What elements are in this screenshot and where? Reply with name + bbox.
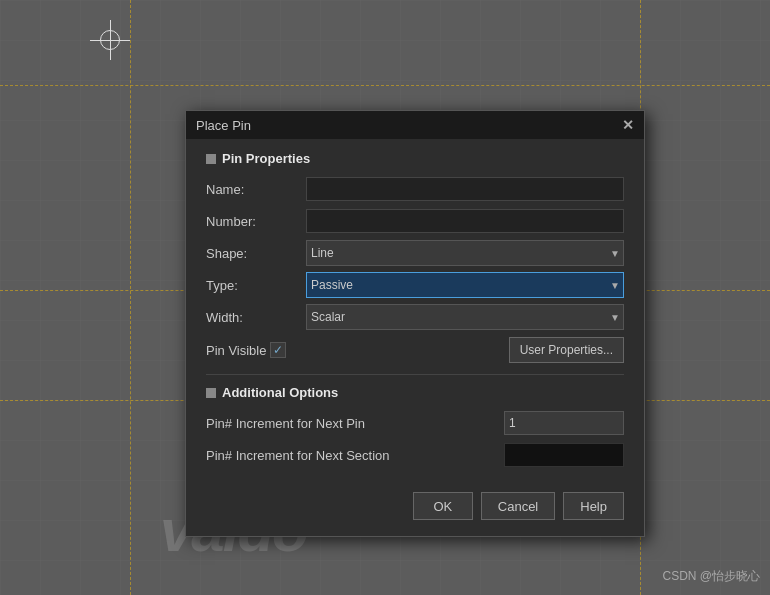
shape-select-wrapper: Line Inverted Clock Inverted Clock Input… <box>306 240 624 266</box>
additional-section-icon <box>206 388 216 398</box>
pin-visible-area: Pin Visible ✓ <box>206 342 356 358</box>
increment-next-section-input[interactable] <box>504 443 624 467</box>
increment-next-pin-row: Pin# Increment for Next Pin <box>206 410 624 436</box>
shape-select[interactable]: Line Inverted Clock Inverted Clock Input… <box>306 240 624 266</box>
number-row: Number: <box>206 208 624 234</box>
dialog-titlebar: Place Pin ✕ <box>186 111 644 139</box>
type-label: Type: <box>206 278 306 293</box>
name-input[interactable] <box>306 177 624 201</box>
type-row: Type: Input Output Bidirectional Tristat… <box>206 272 624 298</box>
number-input[interactable] <box>306 209 624 233</box>
dialog-title: Place Pin <box>196 118 251 133</box>
user-properties-button[interactable]: User Properties... <box>509 337 624 363</box>
additional-options-header: Additional Options <box>206 385 624 400</box>
pin-visible-label: Pin Visible <box>206 343 266 358</box>
help-button[interactable]: Help <box>563 492 624 520</box>
shape-row: Shape: Line Inverted Clock Inverted Cloc… <box>206 240 624 266</box>
additional-options-label: Additional Options <box>222 385 338 400</box>
width-select-wrapper: Scalar Bus ▼ <box>306 304 624 330</box>
shape-label: Shape: <box>206 246 306 261</box>
close-button[interactable]: ✕ <box>622 117 634 133</box>
type-select-wrapper: Input Output Bidirectional Tristate Pass… <box>306 272 624 298</box>
pin-visible-checkbox[interactable]: ✓ <box>270 342 286 358</box>
crosshair-circle <box>100 30 120 50</box>
button-row: OK Cancel Help <box>206 484 624 520</box>
crosshair <box>90 20 130 60</box>
pin-properties-label: Pin Properties <box>222 151 310 166</box>
section-icon <box>206 154 216 164</box>
guide-line-h1 <box>0 85 770 86</box>
checkbox-check-icon: ✓ <box>273 343 283 357</box>
guide-line-v1 <box>130 0 131 595</box>
name-label: Name: <box>206 182 306 197</box>
width-row: Width: Scalar Bus ▼ <box>206 304 624 330</box>
width-select[interactable]: Scalar Bus <box>306 304 624 330</box>
name-row: Name: <box>206 176 624 202</box>
width-label: Width: <box>206 310 306 325</box>
increment-next-pin-label: Pin# Increment for Next Pin <box>206 416 504 431</box>
place-pin-dialog: Place Pin ✕ Pin Properties Name: Number:… <box>185 110 645 537</box>
cancel-button[interactable]: Cancel <box>481 492 555 520</box>
section-separator <box>206 374 624 375</box>
ok-button[interactable]: OK <box>413 492 473 520</box>
dialog-body: Pin Properties Name: Number: Shape: Line… <box>186 139 644 536</box>
pin-properties-section-header: Pin Properties <box>206 151 624 166</box>
csdn-label: CSDN @怡步晓心 <box>662 568 760 585</box>
increment-next-section-row: Pin# Increment for Next Section <box>206 442 624 468</box>
number-label: Number: <box>206 214 306 229</box>
increment-next-pin-input[interactable] <box>504 411 624 435</box>
additional-options-section: Additional Options Pin# Increment for Ne… <box>206 385 624 468</box>
pin-visible-row: Pin Visible ✓ User Properties... <box>206 336 624 364</box>
type-select[interactable]: Input Output Bidirectional Tristate Pass… <box>306 272 624 298</box>
increment-next-section-label: Pin# Increment for Next Section <box>206 448 504 463</box>
